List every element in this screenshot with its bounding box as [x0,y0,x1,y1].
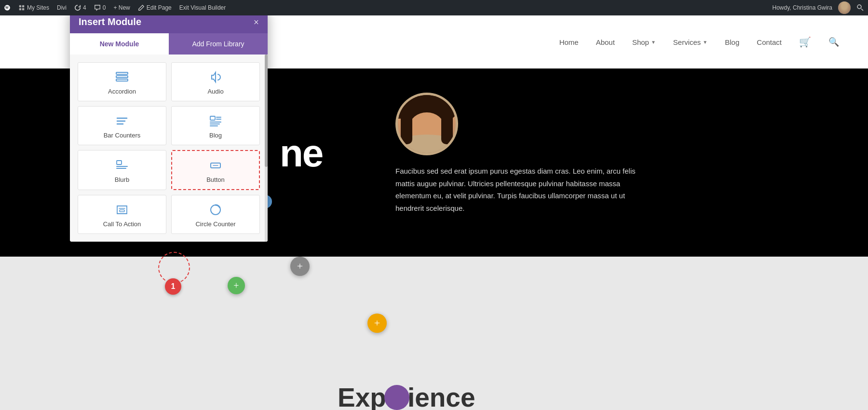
nav-links: Home About Shop ▼ Services ▼ Blog Contac… [559,36,839,48]
cart-icon[interactable]: 🛒 [799,36,811,48]
hero-text: ne [280,131,323,176]
circle-counter-label: Circle Counter [195,220,235,228]
svg-rect-4 [19,8,21,10]
avatar-image [395,93,458,155]
module-call-to-action[interactable]: Call To Action [78,195,166,234]
bar-counters-icon [115,114,129,128]
insert-module-body: Accordion Audio Bar Counters [70,55,268,242]
updates-count[interactable]: 4 [74,4,86,11]
module-audio[interactable]: Audio [171,62,260,101]
call-to-action-icon [115,203,129,217]
new-button[interactable]: + New [113,4,130,11]
purple-dot-icon [384,385,409,410]
my-sites[interactable]: My Sites [18,4,49,11]
tab-add-from-library[interactable]: Add From Library [169,33,268,55]
add-module-gray-button[interactable]: + [290,257,310,276]
nav-blog[interactable]: Blog [725,38,739,46]
module-blurb[interactable]: Blurb [78,150,166,190]
badge-1: 1 [165,278,181,295]
button-icon [209,159,222,172]
body-text: Faucibus sed sed erat ipsum purus egesta… [395,165,637,214]
admin-bar: W My Sites Divi 4 0 + New Edit Page Exit… [0,0,868,15]
svg-line-7 [861,9,863,11]
insert-module-tabs: New Module Add From Library [70,33,268,55]
svg-rect-20 [117,161,122,164]
button-label: Button [206,176,225,183]
call-to-action-label: Call To Action [103,220,141,228]
add-column-button[interactable]: + [228,277,245,294]
exit-builder-button[interactable]: Exit Visual Builder [179,4,226,11]
module-button[interactable]: Button [171,150,260,190]
svg-rect-26 [120,210,124,212]
blog-icon [209,114,222,128]
tab-new-module[interactable]: New Module [70,33,169,55]
module-accordion[interactable]: Accordion [78,62,166,101]
services-arrow-icon: ▼ [703,40,707,45]
insert-module-title: Insert Module [79,16,141,27]
accordion-icon [115,70,129,84]
svg-rect-10 [116,79,128,81]
wp-icon[interactable]: W [4,4,11,11]
svg-rect-8 [116,72,128,74]
module-circle-counter[interactable]: Circle Counter [171,195,260,234]
search-icon[interactable] [856,4,864,12]
user-greeting: Howdy, Christina Gwira [773,4,832,11]
svg-rect-2 [19,5,21,7]
blurb-label: Blurb [115,176,129,183]
divi-menu[interactable]: Divi [57,4,67,11]
module-bar-counters[interactable]: Bar Counters [78,106,166,145]
circle-counter-icon [209,203,222,217]
nav-contact[interactable]: Contact [757,38,782,46]
close-icon[interactable]: × [254,17,259,27]
svg-rect-14 [210,116,215,120]
add-row-button[interactable]: + [367,314,387,333]
shop-arrow-icon: ▼ [651,40,656,45]
avatar [838,1,851,14]
search-icon[interactable]: 🔍 [828,37,839,47]
audio-icon [209,70,222,84]
bar-counters-label: Bar Counters [104,132,141,139]
scrollbar-thumb [265,55,268,167]
blog-label: Blog [209,132,222,139]
scrollbar[interactable] [265,55,268,242]
module-blog[interactable]: Blog [171,106,260,145]
admin-bar-right: Howdy, Christina Gwira [773,1,864,14]
svg-rect-5 [22,8,24,10]
svg-point-6 [857,5,861,9]
insert-module-dialog: Insert Module × New Module Add From Libr… [70,11,268,242]
nav-services[interactable]: Services ▼ [673,38,707,46]
accordion-label: Accordion [108,88,136,95]
svg-rect-9 [116,76,128,78]
nav-about[interactable]: About [596,38,615,46]
svg-rect-3 [22,5,24,7]
svg-text:W: W [5,6,9,9]
nav-home[interactable]: Home [559,38,579,46]
comments-count[interactable]: 0 [94,4,106,11]
experience-section: Expience [338,382,475,410]
edit-page-button[interactable]: Edit Page [138,4,172,11]
audio-label: Audio [207,88,223,95]
blurb-icon [115,159,129,172]
nav-shop[interactable]: Shop ▼ [632,38,656,46]
